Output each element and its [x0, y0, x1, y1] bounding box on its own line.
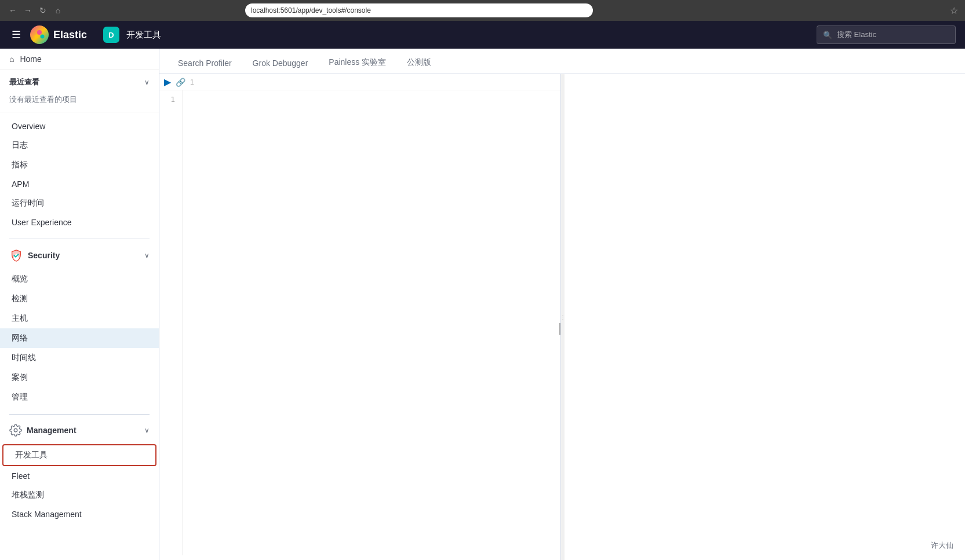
- elastic-logo-text: Elastic: [53, 29, 87, 41]
- tab-grok-debugger-label: Grok Debugger: [253, 58, 308, 68]
- security-nav-items: 概览 检测 主机 网络 时间线 案例 管理: [0, 269, 159, 407]
- divider-1: [9, 239, 150, 239]
- sidebar-item-dev-tools[interactable]: 开发工具: [2, 444, 156, 466]
- elastic-search-bar[interactable]: 🔍 搜索 Elastic: [817, 25, 956, 44]
- sidebar-item-home[interactable]: ⌂ Home: [0, 49, 159, 70]
- management-nav-items: 开发工具 Fleet 堆栈监测 Stack Management: [0, 444, 159, 524]
- tab-grok-debugger[interactable]: Grok Debugger: [243, 54, 318, 74]
- recently-viewed-chevron: ∨: [144, 78, 150, 86]
- tab-beta[interactable]: 公测版: [398, 53, 440, 74]
- hamburger-button[interactable]: ☰: [9, 26, 23, 43]
- security-network-label: 网络: [12, 333, 28, 342]
- stack-monitoring-label: 堆栈监测: [12, 490, 44, 499]
- sidebar-item-uptime[interactable]: 运行时间: [0, 193, 159, 213]
- sidebar-item-metrics[interactable]: 指标: [0, 155, 159, 175]
- security-chevron: ∨: [144, 251, 150, 259]
- console-toolbar: ▶ 🔗 1: [159, 74, 560, 90]
- link-button[interactable]: 🔗: [176, 78, 185, 87]
- recently-viewed-empty: 没有最近查看的项目: [9, 92, 150, 109]
- apm-label: APM: [12, 180, 29, 189]
- sidebar-item-user-experience[interactable]: User Experience: [0, 213, 159, 232]
- logs-label: 日志: [12, 140, 28, 149]
- sidebar-item-stack-monitoring[interactable]: 堆栈监测: [0, 485, 159, 505]
- sidebar-item-security-hosts[interactable]: 主机: [0, 309, 159, 328]
- security-shield-icon: [9, 248, 23, 262]
- forward-button[interactable]: →: [22, 5, 34, 16]
- management-section-header[interactable]: Management ∨: [0, 419, 159, 441]
- management-gear-icon: [9, 424, 22, 437]
- security-section-title: Security: [28, 251, 140, 260]
- svg-point-1: [35, 35, 39, 39]
- fleet-label: Fleet: [12, 471, 30, 481]
- recently-viewed-title: 最近查看: [9, 77, 39, 87]
- sidebar-item-fleet[interactable]: Fleet: [0, 467, 159, 485]
- home-label: Home: [20, 54, 41, 64]
- code-editor[interactable]: [183, 90, 560, 555]
- user-display-name: 许大仙: [931, 541, 953, 550]
- security-overview-label: 概览: [12, 274, 28, 283]
- elastic-logo: Elastic: [30, 25, 87, 44]
- search-icon: 🔍: [823, 31, 832, 39]
- browser-nav-buttons: ← → ↻ ⌂: [7, 5, 64, 16]
- app-title: 开发工具: [126, 30, 161, 41]
- cursor-indicator: [559, 323, 560, 335]
- security-section-header[interactable]: Security ∨: [0, 244, 159, 267]
- sidebar-item-apm[interactable]: APM: [0, 175, 159, 193]
- dev-tools-panel: Search Profiler Grok Debugger Painless 实…: [159, 49, 965, 560]
- nav-section-main: Overview 日志 指标 APM 运行时间 User Experience: [0, 117, 159, 232]
- back-button[interactable]: ←: [7, 5, 19, 16]
- sidebar-item-security-overview[interactable]: 概览: [0, 269, 159, 289]
- editor-area: 1: [159, 90, 560, 555]
- elastic-logo-icon: [30, 25, 49, 44]
- address-bar[interactable]: localhost:5601/app/dev_tools#/console: [245, 3, 593, 17]
- management-chevron: ∨: [144, 426, 150, 434]
- svg-point-2: [41, 35, 45, 39]
- bookmark-icon[interactable]: ☆: [950, 5, 958, 16]
- user-experience-label: User Experience: [12, 218, 72, 227]
- tab-beta-label: 公测版: [407, 57, 431, 67]
- sidebar-item-overview[interactable]: Overview: [0, 117, 159, 136]
- url-text: localhost:5601/app/dev_tools#/console: [251, 6, 371, 14]
- tab-painless-label: Painless 实验室: [329, 57, 386, 67]
- uptime-label: 运行时间: [12, 198, 44, 207]
- recently-viewed-header[interactable]: 最近查看 ∨: [9, 77, 150, 87]
- app-icon-label: D: [108, 31, 114, 39]
- sidebar-item-security-management[interactable]: 管理: [0, 387, 159, 407]
- line-numbers: 1: [159, 90, 183, 555]
- reload-button[interactable]: ↻: [37, 5, 49, 16]
- user-name: 许大仙: [931, 540, 953, 551]
- home-icon: ⌂: [9, 54, 14, 64]
- tab-search-profiler[interactable]: Search Profiler: [169, 54, 241, 74]
- metrics-label: 指标: [12, 160, 28, 169]
- stack-management-label: Stack Management: [12, 510, 82, 519]
- search-placeholder: 搜索 Elastic: [837, 30, 876, 40]
- home-button[interactable]: ⌂: [52, 5, 64, 16]
- run-button[interactable]: ▶: [164, 76, 171, 87]
- security-management-label: 管理: [12, 392, 28, 401]
- sidebar-item-security-network[interactable]: 网络: [0, 328, 159, 348]
- browser-chrome: ← → ↻ ⌂ localhost:5601/app/dev_tools#/co…: [0, 0, 965, 21]
- divider-2: [9, 414, 150, 415]
- svg-point-0: [37, 30, 42, 35]
- dev-tools-tabs: Search Profiler Grok Debugger Painless 实…: [159, 49, 965, 74]
- sidebar: ⌂ Home 最近查看 ∨ 没有最近查看的项目 Overview 日志 指标 A…: [0, 49, 159, 560]
- recently-viewed-section: 最近查看 ∨ 没有最近查看的项目: [0, 70, 159, 112]
- console-area: ▶ 🔗 1 1 ⋮: [159, 74, 965, 560]
- management-section-title: Management: [27, 426, 140, 435]
- console-input-panel: ▶ 🔗 1 1: [159, 74, 561, 560]
- security-cases-label: 案例: [12, 372, 28, 382]
- tab-painless[interactable]: Painless 实验室: [319, 53, 395, 74]
- tab-search-profiler-label: Search Profiler: [178, 58, 232, 68]
- sidebar-item-logs[interactable]: 日志: [0, 136, 159, 155]
- sidebar-item-security-cases[interactable]: 案例: [0, 368, 159, 387]
- sidebar-item-stack-management[interactable]: Stack Management: [0, 505, 159, 524]
- sidebar-item-security-detections[interactable]: 检测: [0, 289, 159, 309]
- dev-tools-label: 开发工具: [15, 450, 48, 459]
- security-timeline-label: 时间线: [12, 353, 36, 362]
- sidebar-item-security-timeline[interactable]: 时间线: [0, 348, 159, 368]
- overview-label: Overview: [12, 122, 45, 131]
- security-detections-label: 检测: [12, 294, 28, 303]
- line-number-indicator: 1: [190, 78, 194, 86]
- console-output-panel: [565, 74, 966, 560]
- main-layout: ⌂ Home 最近查看 ∨ 没有最近查看的项目 Overview 日志 指标 A…: [0, 49, 965, 560]
